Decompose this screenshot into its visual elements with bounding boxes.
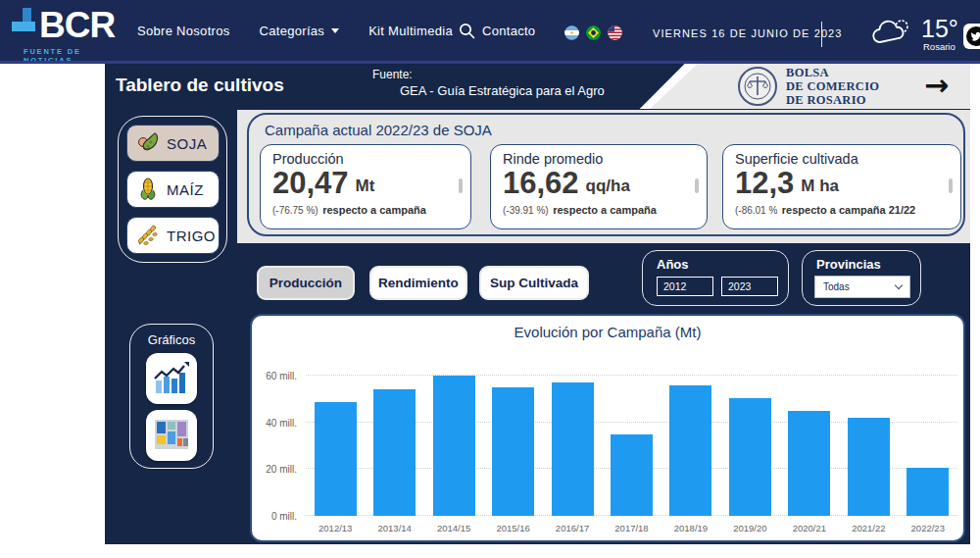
source-value: GEA - Guía Estratégica para el Agro xyxy=(400,83,605,98)
crop-button-soja[interactable]: SOJA xyxy=(126,125,220,162)
x-axis-label: 2022/23 xyxy=(899,523,957,533)
charts-group-label: Gráficos xyxy=(130,332,213,347)
soybean-icon xyxy=(135,130,161,156)
bar-slot xyxy=(662,385,720,516)
nav-item-categorias[interactable]: Categorías xyxy=(260,24,340,38)
chart-title: Evolución por Campaña (Mt) xyxy=(252,324,963,340)
card-scrollbar[interactable] xyxy=(459,178,463,193)
tab-rendimiento[interactable]: Rendimiento xyxy=(369,266,467,300)
provinces-dropdown[interactable]: Todas xyxy=(814,276,910,298)
chevron-down-icon xyxy=(895,281,903,289)
bar-slot xyxy=(899,468,957,516)
crop-selector-group: SOJA MAÍZ xyxy=(118,116,227,263)
bar-slot xyxy=(720,398,779,516)
next-arrow-icon[interactable]: → xyxy=(924,68,949,102)
bar-2016/17[interactable] xyxy=(552,382,594,516)
stat-value: 16,62 xyxy=(503,168,579,199)
x-axis-label: 2017/18 xyxy=(602,523,661,533)
tab-sup-cultivada[interactable]: Sup Cultivada xyxy=(479,266,589,300)
delta-percent: (-39.91 %) xyxy=(503,205,549,216)
nav-item-contacto[interactable]: Contacto xyxy=(482,24,535,38)
search-icon[interactable] xyxy=(459,23,475,39)
stat-card-produccion: Producción 20,47 Mt (-76.75 %) respecto … xyxy=(260,144,471,229)
crop-label: TRIGO xyxy=(167,228,216,244)
crop-button-trigo[interactable]: TRIGO xyxy=(126,217,220,254)
bar-slot xyxy=(602,434,661,516)
corn-icon xyxy=(135,177,161,202)
bcr-logo[interactable]: BCR FUENTE DE NOTICIAS xyxy=(10,6,127,57)
x-axis-label: 2012/13 xyxy=(306,523,365,533)
weather-widget: 15° Rosario xyxy=(870,16,958,52)
source-label: Fuente: xyxy=(372,68,605,81)
nav-item-kit-multimedia[interactable]: Kit Multimedia xyxy=(368,24,453,38)
stat-delta: (-76.75 %) respecto a campaña 21/22 xyxy=(272,200,459,217)
campaign-title: Campaña actual 2022/23 de SOJA xyxy=(265,122,492,138)
bar-slot xyxy=(839,418,898,516)
bar-slot xyxy=(483,387,542,516)
card-scrollbar[interactable] xyxy=(695,178,699,193)
bar-2013/14[interactable] xyxy=(373,389,416,516)
brazil-flag-icon[interactable] xyxy=(586,25,601,40)
bar-2015/16[interactable] xyxy=(492,387,534,516)
delta-percent: (-86.01 % xyxy=(735,205,777,216)
page: { "nav": { "brand": { "name": "BCR", "ta… xyxy=(0,0,980,558)
x-axis-label: 2020/21 xyxy=(780,523,839,533)
bar-2017/18[interactable] xyxy=(611,434,653,516)
bcr-plus-icon xyxy=(10,6,39,45)
stat-title: Superficie cultivada xyxy=(735,151,949,167)
x-axis-label: 2021/22 xyxy=(839,523,898,533)
bar-2020/21[interactable] xyxy=(788,411,830,516)
stat-value: 12,3 xyxy=(735,168,794,199)
argentina-flag-icon[interactable] xyxy=(564,25,579,40)
top-navbar: BCR FUENTE DE NOTICIAS Sobre Nosotros Ca… xyxy=(0,0,980,61)
years-label: Años xyxy=(657,257,788,272)
dashboard-header: Tablero de cultivos Fuente: GEA - Guía E… xyxy=(105,64,970,109)
bar-2018/19[interactable] xyxy=(669,385,711,516)
org-name: BOLSA DE COMERCIO DE ROSARIO xyxy=(786,66,879,107)
crop-button-maiz[interactable]: MAÍZ xyxy=(126,171,220,208)
provinces-value: Todas xyxy=(823,281,850,292)
year-from-input[interactable] xyxy=(657,277,713,296)
bar-2012/13[interactable] xyxy=(315,402,357,516)
x-axis-label: 2018/19 xyxy=(662,523,720,533)
chevron-down-icon xyxy=(331,28,339,33)
nav-date: VIERNES 16 DE JUNIO DE 2023 xyxy=(653,27,843,39)
nav-menu: Sobre Nosotros Categorías Kit Multimedia… xyxy=(137,0,535,61)
bar-2021/22[interactable] xyxy=(848,418,890,516)
campaign-stats-box: Campaña actual 2022/23 de SOJA Producció… xyxy=(247,113,965,236)
bcr-org-logo: BOLSA DE COMERCIO DE ROSARIO xyxy=(737,66,879,107)
bar-2022/23[interactable] xyxy=(906,468,949,516)
source-block: Fuente: GEA - Guía Estratégica para el A… xyxy=(372,68,605,98)
nav-divider xyxy=(821,22,822,47)
bar-chart-view-button[interactable] xyxy=(146,353,197,404)
chart-xlabels: 2012/132013/142014/152015/162016/172017/… xyxy=(306,523,957,533)
year-to-input[interactable] xyxy=(721,277,778,296)
stat-value: 20,47 xyxy=(272,168,349,199)
twitter-icon[interactable] xyxy=(963,24,980,49)
y-axis-tick: 40 mill. xyxy=(252,418,297,429)
chart-card: Evolución por Campaña (Mt) 0 mill.20 mil… xyxy=(250,314,965,542)
delta-percent: (-76.75 %) xyxy=(272,205,318,216)
x-axis-label: 2016/17 xyxy=(543,523,602,533)
dashboard-title: Tablero de cultivos xyxy=(116,75,284,96)
y-axis-tick: 0 mill. xyxy=(252,511,297,522)
stat-delta: (-86.01 % respecto a campaña 21/22 xyxy=(735,200,949,217)
bar-chart-icon xyxy=(152,359,191,398)
charts-group: Gráficos xyxy=(129,324,214,469)
usa-flag-icon[interactable] xyxy=(608,25,622,40)
crops-dashboard: Tablero de cultivos Fuente: GEA - Guía E… xyxy=(105,64,970,544)
stat-unit: M ha xyxy=(801,177,839,196)
stat-delta: (-39.91 %) respecto a campaña 21/22 xyxy=(503,200,695,217)
treemap-icon xyxy=(152,416,191,455)
stat-title: Rinde promedio xyxy=(503,151,695,167)
nav-item-sobre-nosotros[interactable]: Sobre Nosotros xyxy=(137,24,230,38)
bar-slot xyxy=(365,389,423,516)
tab-produccion[interactable]: Producción xyxy=(257,266,355,300)
card-scrollbar[interactable] xyxy=(949,178,953,193)
treemap-view-button[interactable] xyxy=(146,410,197,461)
stat-unit: Mt xyxy=(356,177,375,196)
y-axis-tick: 20 mill. xyxy=(252,464,297,475)
chart-plot xyxy=(306,359,957,516)
bar-2014/15[interactable] xyxy=(433,376,475,516)
bar-2019/20[interactable] xyxy=(729,398,771,516)
